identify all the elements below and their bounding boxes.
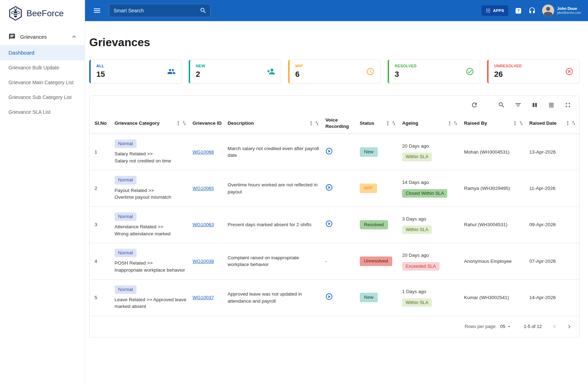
user-menu[interactable]: John Doue jdoe@acme.com <box>542 5 581 17</box>
stat-card-wip[interactable]: WIP 6 <box>288 60 381 83</box>
column-header-status[interactable]: Status ⋮ <box>357 113 399 134</box>
play-icon[interactable] <box>325 147 333 155</box>
column-menu-icon[interactable]: ⋮ <box>513 120 518 126</box>
sidebar-section-grievances[interactable]: Grievances <box>0 28 85 45</box>
column-menu-icon[interactable]: ⋮ <box>308 120 314 126</box>
grievance-id-link[interactable]: WG10037 <box>193 295 214 300</box>
cell-grievance-id: WG10038 <box>190 243 225 279</box>
app-root: BeeForce Grievances Dashboard Grievance … <box>0 0 588 384</box>
category-text: POSH Related >> Inappropriate workplace … <box>115 260 187 273</box>
column-header-grievance-category[interactable]: Grievance Category ⋮ <box>112 113 190 134</box>
search-input[interactable] <box>114 8 200 13</box>
apps-button[interactable]: APPS <box>481 5 509 16</box>
sla-badge: Within SLA <box>402 225 432 234</box>
cell-category: Normal Attendance Related >> Wrong atten… <box>112 206 190 243</box>
sla-badge: Within SLA <box>402 153 432 161</box>
page-title: Grievances <box>89 36 580 49</box>
fullscreen-icon[interactable] <box>564 101 571 109</box>
priority-badge: Normal <box>115 212 137 221</box>
column-header-ageing[interactable]: Ageing ⋮ <box>399 113 461 134</box>
bee-logo-icon <box>8 6 23 21</box>
cancel-circle-icon <box>565 67 574 76</box>
cell-voice-recording: - <box>322 243 357 279</box>
play-icon[interactable] <box>325 293 333 301</box>
column-header-slno[interactable]: Sl.No <box>90 113 112 134</box>
rows-per-page-select[interactable]: 05 <box>500 324 511 329</box>
cell-slno: 4 <box>90 243 112 279</box>
cell-raised-date: 11-Apr-2026 <box>527 170 579 206</box>
table-toolbar <box>90 96 579 113</box>
person-add-icon <box>267 67 275 76</box>
topbar-right: APPS ? <box>481 5 581 17</box>
ageing-text: 20 Days ago <box>402 143 458 150</box>
table-search-icon[interactable] <box>498 101 505 109</box>
grievance-table-card: Sl.No Grievance Category ⋮ Grievance ID … <box>89 95 580 337</box>
user-email: jdoe@acme.com <box>557 11 581 15</box>
sidebar-item-grievance-main-category-list[interactable]: Grievance Main Category List <box>0 75 85 90</box>
density-icon[interactable] <box>548 101 555 109</box>
column-header-description[interactable]: Description ⋮ <box>225 113 322 134</box>
sort-icon[interactable] <box>182 120 187 126</box>
grievance-id-link[interactable]: WG10066 <box>193 149 214 155</box>
stat-card-unresolved[interactable]: UNRESOLVED 26 <box>487 60 580 83</box>
apps-label: APPS <box>493 8 504 13</box>
play-icon[interactable] <box>325 184 333 191</box>
stat-label: WIP <box>295 64 303 68</box>
sidebar-item-dashboard[interactable]: Dashboard <box>0 45 85 60</box>
chat-icon <box>8 33 16 40</box>
stat-card-all[interactable]: ALL 15 <box>89 60 182 83</box>
cell-category: Normal Payout Related >> Overtime payout… <box>112 170 190 206</box>
sort-icon[interactable] <box>453 120 458 126</box>
column-menu-icon[interactable]: ⋮ <box>565 120 570 126</box>
hamburger-menu-icon[interactable] <box>93 6 101 15</box>
status-badge: Resolved <box>360 220 388 230</box>
play-icon[interactable] <box>325 220 333 228</box>
stat-label: ALL <box>96 64 105 68</box>
column-header-grievance-id[interactable]: Grievance ID <box>190 113 225 134</box>
check-circle-icon <box>466 67 474 76</box>
table-row: 3 Normal Attendance Related >> Wrong att… <box>90 206 579 243</box>
user-name: John Doue <box>557 6 581 11</box>
brand-logo: BeeForce <box>0 0 85 28</box>
cell-ageing: 20 Days ago Exceeded SLA <box>399 243 461 279</box>
status-badge: New <box>360 147 378 157</box>
sort-icon[interactable] <box>519 120 524 126</box>
sidebar-item-grievance-sub-category-list[interactable]: Grievance Sub Category List <box>0 90 85 105</box>
filter-icon[interactable] <box>515 101 522 109</box>
column-menu-icon[interactable]: ⋮ <box>385 120 390 126</box>
headset-icon[interactable] <box>528 7 536 14</box>
refresh-icon[interactable] <box>471 101 478 109</box>
sidebar-section-label: Grievances <box>20 34 47 40</box>
stat-value: 2 <box>196 70 205 79</box>
sidebar-item-grievance-bulk-update[interactable]: Grievance Bulk Update <box>0 60 85 75</box>
cell-description: Complaint raised on inappropriate workpl… <box>225 243 322 279</box>
cell-raised-by: Kumar (WH3002541) <box>461 279 526 316</box>
sort-icon[interactable] <box>571 120 576 126</box>
sort-icon[interactable] <box>314 120 320 126</box>
column-header-raised-date[interactable]: Raised Date ⋮ <box>527 113 579 134</box>
column-header-raised-by[interactable]: Raised By ⋮ <box>461 113 526 134</box>
previous-page-icon[interactable] <box>551 323 558 330</box>
help-icon[interactable]: ? <box>515 7 522 14</box>
grievance-id-link[interactable]: WG10065 <box>193 186 214 191</box>
topbar: APPS ? <box>85 0 588 21</box>
cell-category: Normal Leave Related >> Approved leave m… <box>112 279 190 316</box>
sort-icon[interactable] <box>391 120 396 126</box>
search-icon[interactable] <box>200 7 207 14</box>
stat-card-resolved[interactable]: RESOLVED 3 <box>388 60 480 83</box>
cell-raised-by: Anonymous Employee <box>461 243 526 279</box>
sla-badge: Within SLA <box>402 298 432 307</box>
stat-card-new[interactable]: NEW 2 <box>189 60 281 83</box>
columns-icon[interactable] <box>531 101 538 109</box>
column-header-voice-recording[interactable]: Voice Recording <box>322 113 357 134</box>
column-menu-icon[interactable]: ⋮ <box>176 120 181 126</box>
grievance-id-link[interactable]: WG10038 <box>193 259 214 264</box>
column-menu-icon[interactable]: ⋮ <box>447 120 452 126</box>
cell-raised-date: 07-Apr-2026 <box>527 243 579 279</box>
grievance-id-link[interactable]: WG10063 <box>193 222 214 227</box>
pagination-range: 1-5 of 12 <box>524 324 542 329</box>
user-meta: John Doue jdoe@acme.com <box>557 6 581 15</box>
cell-raised-by: Ramya (WH3029495) <box>461 170 526 206</box>
sidebar-item-grievance-sla-list[interactable]: Grievance SLA List <box>0 105 85 119</box>
next-page-icon[interactable] <box>566 323 573 330</box>
